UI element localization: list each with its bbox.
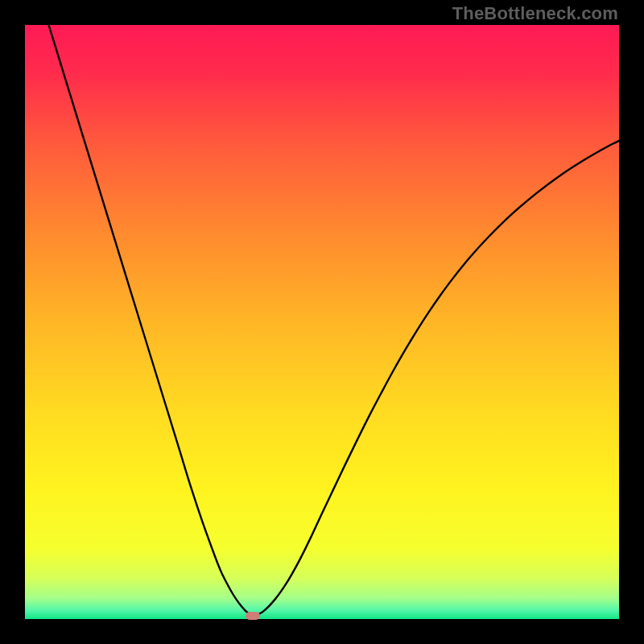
chart-frame: TheBottleneck.com xyxy=(0,0,644,644)
curve-path xyxy=(49,25,619,616)
bottleneck-curve xyxy=(25,25,619,619)
minimum-marker xyxy=(246,612,260,620)
watermark-text: TheBottleneck.com xyxy=(452,3,618,24)
plot-area xyxy=(25,25,619,619)
